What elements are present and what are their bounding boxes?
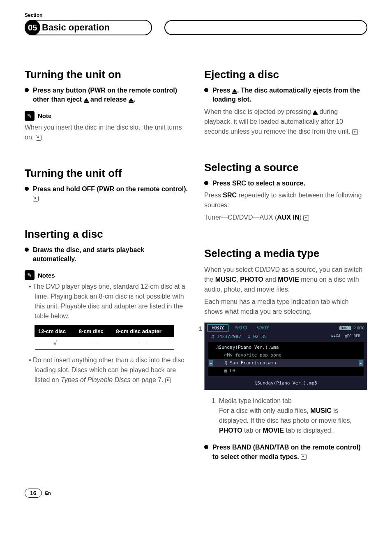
media-body-2: Each menu has a media type indication ta…: [204, 297, 367, 317]
callout-number: 1: [199, 325, 202, 332]
header-row: 05 Basic operation: [25, 20, 367, 35]
heading-turning-off: Turning the unit off: [25, 167, 188, 180]
right-column: Ejecting a disc Press . The disc automat…: [204, 68, 367, 464]
table-header: 12-cm disc: [35, 326, 76, 337]
release-icon: [129, 98, 134, 102]
list-item: ▦ CH: [208, 367, 364, 375]
src-body-1: Press SRC repeatedly to switch between t…: [204, 190, 367, 210]
turn-on-instruction: Press any button (PWR on the remote cont…: [33, 86, 188, 104]
end-mark-icon: [352, 129, 358, 135]
left-arrow-icon: ◄: [209, 360, 213, 366]
bullet-icon: [204, 445, 208, 449]
tab-music: MUSIC: [207, 324, 228, 331]
end-mark-icon: [301, 454, 307, 460]
chapter-title: Basic operation: [42, 22, 110, 32]
tab-photo: PHOTO: [230, 325, 251, 331]
bullet-icon: [25, 248, 29, 252]
eject-icon: [84, 98, 89, 102]
heading-selecting-media: Selecting a media type: [204, 247, 367, 260]
band-instruction: Press BAND (BAND/TAB on the remote contr…: [212, 443, 367, 461]
note-item-2: • Do not insert anything other than a di…: [25, 355, 188, 385]
language-code: En: [45, 491, 51, 496]
left-column: Turning the unit on Press any button (PW…: [25, 68, 188, 464]
src-body-2: Tuner—CD/DVD—AUX (AUX IN): [204, 213, 367, 222]
heading-ejecting-disc: Ejecting a disc: [204, 68, 367, 81]
note-label: Note: [38, 112, 51, 119]
table-cell: —: [113, 337, 174, 350]
tab-movie: MOVIE: [252, 325, 273, 331]
list-item: ♫Sunday(Piano Ver.).wma: [208, 343, 364, 351]
eject-icon: [313, 110, 318, 114]
list-item: ▭My favorite pop song: [208, 351, 364, 359]
heading-turning-on: Turning the unit on: [25, 68, 188, 81]
bullet-icon: [25, 88, 29, 92]
table-header: 8-cm disc adapter: [113, 326, 174, 337]
note-icon: ✎: [25, 111, 35, 121]
end-mark-icon: [36, 135, 42, 141]
src-instruction: Press SRC to select a source.: [212, 179, 305, 188]
end-mark-icon: [33, 196, 39, 202]
screenshot-right-info: BAND PHOTO: [339, 326, 364, 330]
screenshot-info-line: ♫ 1423/2987 ⊙ 02:35 ▶▶X4 ▥FOLDER: [205, 333, 367, 340]
media-screenshot: 1 MUSIC PHOTO MOVIE BAND PHOTO ♫ 1423/29…: [204, 322, 367, 390]
now-playing: ♫Sunday(Piano Ver.).mp3: [205, 378, 367, 390]
chapter-pill: 05 Basic operation: [25, 20, 152, 35]
end-mark-icon: [303, 215, 309, 221]
media-body-1: When you select CD/DVD as a source, you …: [204, 265, 367, 294]
table-cell: —: [75, 337, 112, 350]
table-header: 8-cm disc: [75, 326, 112, 337]
bullet-icon: [204, 181, 208, 185]
notes-label: Notes: [38, 272, 55, 279]
bullet-icon: [204, 88, 208, 92]
bullet-icon: [25, 187, 29, 191]
chapter-number: 05: [25, 20, 40, 35]
screenshot-list: ♫Sunday(Piano Ver.).wma ▭My favorite pop…: [208, 342, 364, 376]
section-label: Section: [25, 12, 367, 18]
heading-inserting-disc: Inserting a disc: [25, 228, 188, 241]
screenshot-caption: 1 Media type indication tab For a disc w…: [204, 396, 367, 436]
right-arrow-icon: ►: [359, 360, 363, 366]
eject-icon: [232, 89, 237, 93]
page-footer: 16 En: [25, 489, 367, 498]
disc-compat-table: 12-cm disc 8-cm disc 8-cm disc adapter √…: [35, 325, 174, 350]
note-text: When you insert the disc in the disc slo…: [25, 123, 188, 142]
turn-off-instruction: Press and hold OFF (PWR on the remote co…: [33, 185, 188, 203]
note-item-1: • The DVD player plays one, standard 12-…: [25, 282, 188, 321]
note-icon: ✎: [25, 270, 35, 280]
heading-selecting-source: Selecting a source: [204, 161, 367, 174]
header-decor: [164, 20, 367, 35]
eject-instruction: Press . The disc automatically ejects fr…: [212, 86, 367, 104]
eject-body: When the disc is ejected by pressing dur…: [204, 107, 367, 137]
end-mark-icon: [165, 378, 171, 383]
list-item-selected: ◄ ♫ San Francisco.wma ►: [208, 359, 364, 367]
table-cell: √: [35, 337, 76, 350]
insert-disc-instruction: Draws the disc, and starts playback auto…: [33, 246, 188, 264]
page-number: 16: [25, 489, 42, 498]
